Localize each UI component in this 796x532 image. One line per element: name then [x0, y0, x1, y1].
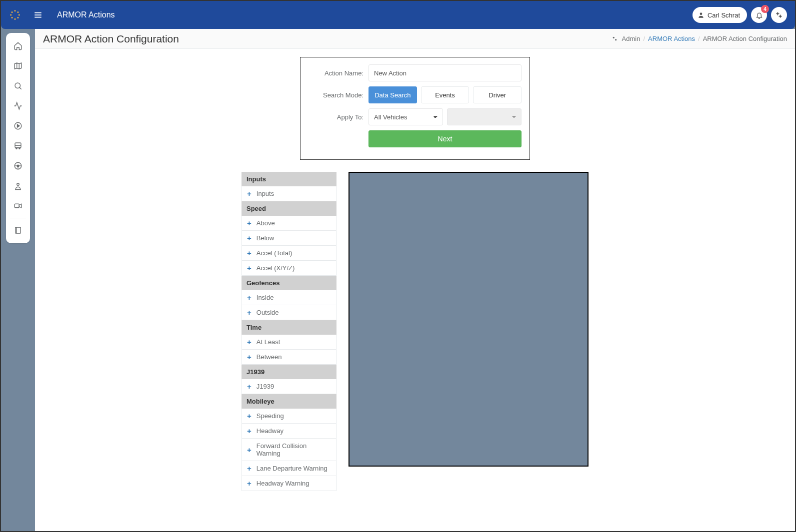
action-name-input[interactable] [368, 64, 522, 81]
condition-palette: Inputs+InputsSpeed+Above+Below+Accel (To… [242, 172, 336, 491]
nav-docs[interactable] [8, 220, 28, 240]
user-icon [698, 11, 704, 18]
palette-item[interactable]: +Accel (Total) [242, 246, 336, 261]
nav-person[interactable] [8, 176, 28, 196]
sidebar-nav [6, 33, 30, 243]
svg-point-13 [780, 15, 782, 17]
svg-rect-29 [14, 204, 19, 208]
apply-to-label: Apply To: [308, 113, 368, 121]
svg-point-6 [10, 14, 12, 16]
palette-item-label: Above [256, 219, 275, 227]
plus-icon: + [247, 309, 252, 316]
map-icon [14, 61, 22, 70]
plus-icon: + [247, 412, 252, 420]
video-icon [14, 201, 22, 210]
action-name-label: Action Name: [308, 69, 368, 77]
svg-point-14 [15, 83, 20, 88]
settings-button[interactable] [771, 7, 787, 23]
page-title: ARMOR Action Configuration [43, 33, 179, 45]
svg-point-7 [12, 11, 13, 13]
palette-item[interactable]: +Inputs [242, 186, 336, 201]
play-circle-icon [14, 121, 22, 130]
plus-icon: + [247, 234, 252, 242]
palette-group-header: Speed [242, 201, 336, 216]
nav-video[interactable] [8, 196, 28, 216]
svg-line-15 [20, 87, 22, 89]
sidebar-divider [10, 218, 26, 218]
notifications-button[interactable]: 4 [751, 7, 767, 23]
search-mode-events[interactable]: Events [421, 86, 470, 103]
palette-item-label: Accel (Total) [256, 249, 292, 257]
svg-point-2 [18, 14, 20, 16]
palette-item[interactable]: +Accel (X/Y/Z) [242, 261, 336, 276]
palette-item-label: Outside [256, 309, 279, 316]
nav-vehicle[interactable] [8, 136, 28, 156]
plus-icon: + [247, 427, 252, 435]
nav-home[interactable] [8, 36, 28, 56]
palette-item-label: J1939 [256, 383, 274, 390]
palette-item-label: Headway Warning [256, 480, 310, 487]
palette-item-label: Between [256, 353, 282, 361]
palette-item[interactable]: +Speeding [242, 409, 336, 424]
palette-item-label: Inside [256, 294, 274, 301]
plus-icon: + [247, 294, 252, 301]
palette-item[interactable]: +At Least [242, 335, 336, 350]
plus-icon: + [247, 446, 252, 454]
palette-group-header: Mobileye [242, 394, 336, 409]
palette-item[interactable]: +Above [242, 216, 336, 231]
palette-item[interactable]: +Forward Collision Warning [242, 439, 336, 461]
next-button[interactable]: Next [368, 130, 522, 147]
svg-point-34 [615, 39, 616, 40]
canvas-drop-area[interactable] [348, 172, 588, 467]
plus-icon: + [247, 465, 252, 472]
palette-item-label: At Least [256, 338, 280, 346]
breadcrumb-admin: Admin [622, 35, 640, 42]
palette-item[interactable]: +Below [242, 231, 336, 246]
palette-group-header: Inputs [242, 172, 336, 186]
palette-group-header: J1939 [242, 365, 336, 379]
palette-item[interactable]: +Between [242, 350, 336, 365]
svg-point-12 [776, 12, 778, 14]
svg-marker-17 [18, 124, 20, 127]
palette-item-label: Inputs [256, 190, 274, 197]
search-mode-label: Search Mode: [308, 91, 368, 99]
svg-point-4 [14, 18, 16, 20]
steering-wheel-icon [14, 161, 22, 170]
breadcrumb-parent-link[interactable]: ARMOR Actions [648, 35, 695, 42]
svg-point-3 [17, 17, 18, 18]
search-mode-data-search[interactable]: Data Search [368, 86, 417, 103]
palette-item[interactable]: +Headway Warning [242, 476, 336, 491]
svg-point-5 [12, 17, 13, 18]
home-icon [14, 41, 22, 50]
menu-toggle-button[interactable] [28, 5, 48, 25]
palette-item-label: Speeding [256, 412, 284, 420]
nav-map[interactable] [8, 56, 28, 76]
svg-point-1 [17, 11, 18, 13]
palette-item[interactable]: +Headway [242, 424, 336, 439]
palette-item[interactable]: +J1939 [242, 379, 336, 394]
breadcrumb: Admin / ARMOR Actions / ARMOR Action Con… [612, 35, 787, 42]
svg-marker-30 [19, 204, 22, 208]
apply-to-select[interactable]: All Vehicles [368, 108, 443, 125]
palette-item-label: Below [256, 234, 274, 242]
palette-item[interactable]: +Inside [242, 290, 336, 305]
search-mode-driver[interactable]: Driver [473, 86, 522, 103]
search-icon [14, 81, 22, 90]
palette-item[interactable]: +Outside [242, 305, 336, 320]
palette-item[interactable]: +Lane Departure Warning [242, 461, 336, 476]
nav-search[interactable] [8, 76, 28, 96]
nav-driver[interactable] [8, 156, 28, 176]
plus-icon: + [247, 338, 252, 346]
plus-icon: + [247, 219, 252, 227]
user-menu-button[interactable]: Carl Schrat [692, 7, 747, 23]
plus-icon: + [247, 383, 252, 390]
plus-icon: + [247, 190, 252, 197]
nav-activity[interactable] [8, 96, 28, 116]
palette-group-header: Geofences [242, 276, 336, 290]
nav-play[interactable] [8, 116, 28, 136]
user-name-label: Carl Schrat [708, 11, 740, 19]
svg-point-23 [17, 165, 19, 167]
palette-item-label: Accel (X/Y/Z) [256, 264, 295, 272]
person-pin-icon [14, 181, 22, 190]
plus-icon: + [247, 480, 252, 487]
